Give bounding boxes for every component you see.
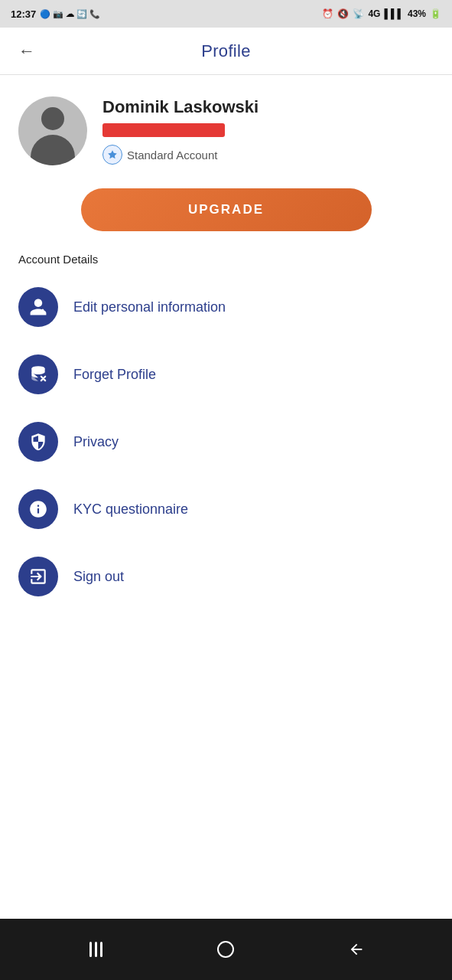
- shield-icon: [18, 422, 58, 462]
- profile-section: Dominik Laskowski Standard Account: [0, 75, 452, 181]
- signal-bars: ▌▌▌: [384, 8, 404, 19]
- alarm-icon: ⏰: [322, 8, 333, 19]
- status-icons: 🔵 📷 ☁ 🔄 📞: [40, 9, 100, 19]
- menu-item-forget-profile[interactable]: Forget Profile: [18, 341, 434, 408]
- profile-name: Dominik Laskowski: [102, 97, 259, 117]
- profile-info: Dominik Laskowski Standard Account: [102, 97, 259, 165]
- nav-home-button[interactable]: [206, 930, 245, 969]
- menu-item-edit-personal-info[interactable]: Edit personal information: [18, 273, 434, 341]
- upgrade-button[interactable]: UPGRADE: [81, 188, 372, 231]
- menu-label-privacy: Privacy: [73, 434, 119, 450]
- profile-email-redacted: [102, 123, 225, 137]
- back-arrow-icon: [348, 941, 365, 958]
- network-label: 4G: [368, 8, 380, 19]
- menu-label-kyc: KYC questionnaire: [73, 501, 188, 518]
- menu-label-forget-profile: Forget Profile: [73, 367, 156, 383]
- menu-list: Edit personal information Forget Profile…: [0, 273, 452, 610]
- star-badge-icon: [102, 145, 122, 165]
- status-time: 12:37 🔵 📷 ☁ 🔄 📞: [11, 8, 100, 20]
- database-x-icon: [18, 354, 58, 394]
- info-icon: [18, 489, 58, 529]
- recent-apps-icon: [89, 942, 102, 957]
- status-right-icons: ⏰ 🔇 📡 4G ▌▌▌ 43% 🔋: [322, 8, 441, 19]
- home-circle-icon: [217, 941, 234, 958]
- account-details-label: Account Details: [0, 253, 452, 273]
- menu-label-edit-personal-info: Edit personal information: [73, 299, 226, 315]
- back-button[interactable]: ←: [12, 35, 41, 67]
- battery-level: 43%: [408, 8, 426, 19]
- account-type-label: Standard Account: [127, 149, 217, 162]
- profile-account-type: Standard Account: [102, 145, 259, 165]
- wifi-icon: 📡: [353, 8, 364, 19]
- nav-recent-apps-button[interactable]: [76, 930, 115, 969]
- nav-back-button[interactable]: [337, 930, 376, 969]
- app-header: ← Profile: [0, 28, 452, 75]
- person-edit-icon: [18, 287, 58, 327]
- menu-item-kyc[interactable]: KYC questionnaire: [18, 475, 434, 543]
- menu-item-privacy[interactable]: Privacy: [18, 408, 434, 475]
- battery-icon: 🔋: [430, 8, 441, 19]
- mute-icon: 🔇: [337, 8, 349, 19]
- status-bar: 12:37 🔵 📷 ☁ 🔄 📞 ⏰ 🔇 📡 4G ▌▌▌ 43% 🔋: [0, 0, 452, 28]
- nav-bar: [0, 919, 452, 980]
- menu-label-sign-out: Sign out: [73, 569, 124, 585]
- sign-out-icon: [18, 557, 58, 596]
- menu-item-sign-out[interactable]: Sign out: [18, 543, 434, 610]
- avatar-silhouette: [18, 96, 87, 165]
- time-display: 12:37: [11, 8, 36, 20]
- spacer: [0, 610, 452, 919]
- upgrade-section: UPGRADE: [0, 181, 452, 253]
- page-title: Profile: [201, 41, 250, 61]
- avatar: [18, 96, 87, 165]
